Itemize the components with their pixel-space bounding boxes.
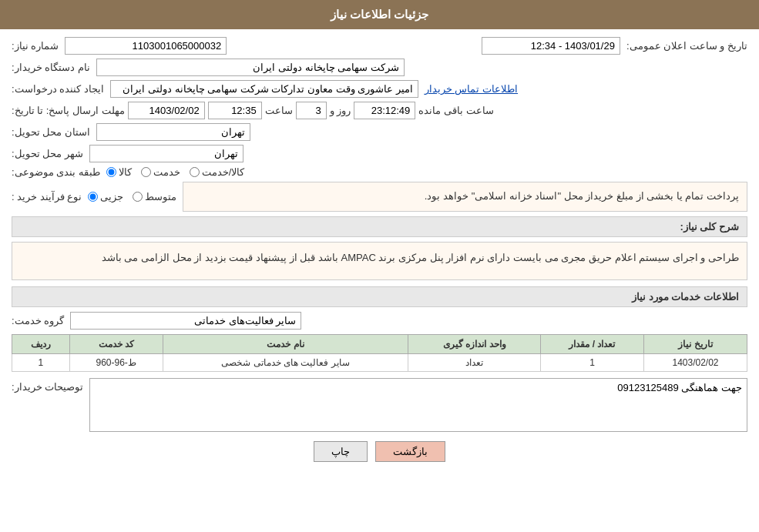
remaining-label: ساعت باقی مانده: [418, 105, 493, 116]
toseeh-textarea[interactable]: [89, 378, 747, 432]
print-button[interactable]: چاپ: [314, 441, 368, 462]
toseeh-label: توصیحات خریدار:: [12, 381, 83, 393]
mohlat-label: مهلت ارسال پاسخ: تا تاریخ:: [12, 105, 125, 116]
radio-kala-khadamat[interactable]: کالا/خدمت: [190, 166, 245, 178]
shomara-niaz-label: شماره نیاز:: [12, 40, 59, 52]
ijad-konande-input: [110, 80, 418, 98]
button-group: بازگشت چاپ: [12, 441, 747, 473]
back-button[interactable]: بازگشت: [375, 441, 445, 462]
cell-tarikh: 1403/02/02: [643, 353, 747, 371]
time-input: [208, 102, 262, 119]
cell-vahed: تعداد: [408, 353, 541, 371]
sharh-value: طراحی و اجرای سیستم اعلام حریق مجری می ب…: [12, 242, 747, 280]
farayand-radio-group: متوسط جزیی: [88, 191, 176, 202]
col-tarikh: تاریخ نیاز: [643, 334, 747, 353]
shahr-input[interactable]: [89, 145, 243, 162]
sharh-section-header: شرح کلی نیاز:: [12, 216, 747, 237]
itelaat-tamas-link[interactable]: اطلاعات تماس خریدار: [425, 83, 518, 95]
services-table: تاریخ نیاز تعداد / مقدار واحد اندازه گیر…: [12, 334, 747, 372]
nam-dastgah-label: نام دستگاه خریدار:: [12, 62, 90, 73]
ijad-konande-label: ایجاد کننده درخواست:: [12, 83, 104, 95]
cell-radif: 1: [12, 353, 70, 371]
motavasset-label: متوسط: [145, 191, 176, 202]
now-farayand-label: نوع فرآیند خرید :: [12, 191, 82, 202]
table-row: 1403/02/021تعدادسایر فعالیت های خدماتی ش…: [12, 353, 747, 371]
cell-nam: سایر فعالیت های خدماتی شخصی: [163, 353, 408, 371]
jozi-label: جزیی: [100, 191, 123, 202]
days-input: [296, 102, 327, 119]
radio-motavasset[interactable]: متوسط: [133, 191, 176, 202]
radio-khadamat[interactable]: خدمت: [141, 166, 180, 178]
col-nam: نام خدمت: [163, 334, 408, 353]
kala-label: کالا: [119, 166, 132, 178]
tabaqe-label: طبقه بندی موضوعی:: [12, 166, 100, 178]
col-tedad: تعداد / مقدار: [541, 334, 644, 353]
ostan-label: استان محل تحویل:: [12, 126, 90, 138]
col-kod: کد خدمت: [69, 334, 163, 353]
khadamat-section-header: اطلاعات خدمات مورد نیاز: [12, 286, 747, 307]
khadamat-label: خدمت: [153, 166, 180, 178]
days-label: روز و: [330, 105, 351, 116]
tarikh-elaan-input[interactable]: [482, 37, 620, 55]
radio-jozi[interactable]: جزیی: [88, 191, 123, 202]
shahr-label: شهر محل تحویل:: [12, 148, 83, 159]
ostan-input[interactable]: [96, 123, 250, 141]
cell-kod: ط-96-960: [69, 353, 163, 371]
tabaqe-radio-group: کالا/خدمت خدمت کالا: [106, 166, 245, 178]
sharh-text: طراحی و اجرای سیستم اعلام حریق مجری می ب…: [102, 252, 739, 263]
now-note-text: پرداخت تمام یا بخشی از مبلغ خریداز محل "…: [425, 190, 739, 202]
date-input: [128, 102, 205, 119]
grohe-khadamat-label: گروه خدمت:: [12, 315, 64, 326]
remaining-input: [354, 102, 415, 119]
shomara-niaz-input: [65, 37, 227, 55]
grohe-khadamat-input: [70, 312, 301, 330]
khadamat-title: اطلاعات خدمات مورد نیاز: [632, 291, 739, 303]
col-radif: ردیف: [12, 334, 70, 353]
page-title: جزئیات اطلاعات نیاز: [331, 8, 428, 21]
col-vahed: واحد اندازه گیری: [408, 334, 541, 353]
cell-tedad: 1: [541, 353, 644, 371]
sharh-label: شرح کلی نیاز:: [680, 221, 739, 233]
kala-khadamat-label: کالا/خدمت: [202, 166, 245, 178]
time-label: ساعت: [265, 105, 293, 116]
radio-kala[interactable]: کالا: [106, 166, 132, 178]
nam-dastgah-input: [96, 59, 405, 76]
tarikh-elaan-label: تاریخ و ساعت اعلان عمومی:: [626, 40, 747, 52]
page-header: جزئیات اطلاعات نیاز: [0, 0, 759, 29]
